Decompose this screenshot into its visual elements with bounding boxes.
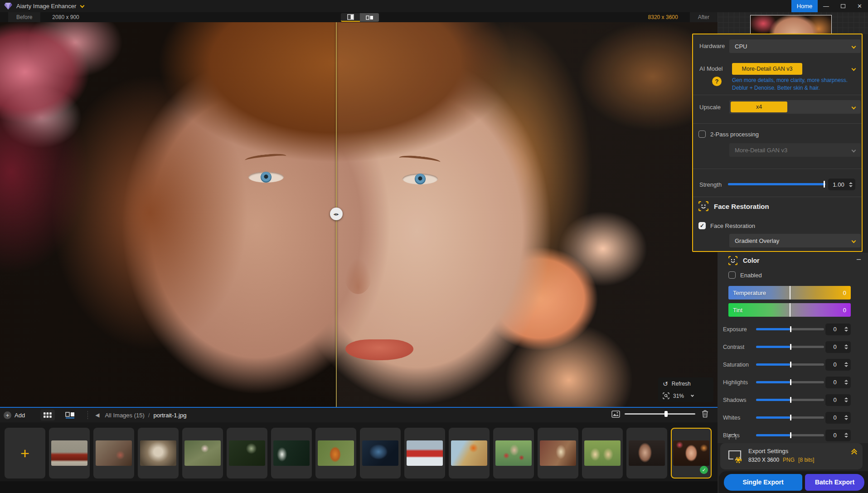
hardware-dropdown[interactable]: CPU bbox=[729, 39, 861, 53]
portrait-feature bbox=[345, 339, 413, 360]
ai-model-chevron-icon[interactable] bbox=[852, 67, 856, 71]
temperature-slider[interactable]: Temperature 0 bbox=[728, 286, 851, 300]
grid-view-button[interactable] bbox=[40, 410, 55, 420]
slider-value-box[interactable]: 0 bbox=[825, 377, 851, 388]
home-button[interactable]: Home bbox=[791, 0, 818, 12]
ai-model-pill[interactable]: More-Detail GAN v3 bbox=[732, 63, 802, 75]
thumbnail-size-handle[interactable] bbox=[664, 411, 668, 417]
slider-track[interactable] bbox=[756, 346, 824, 348]
slider-handle[interactable] bbox=[790, 415, 791, 420]
add-image-tile[interactable]: + bbox=[5, 428, 45, 478]
thumbnail-classic-car[interactable] bbox=[49, 428, 90, 478]
minimize-button[interactable]: — bbox=[818, 0, 834, 12]
side-by-side-view-button[interactable] bbox=[360, 13, 379, 22]
slider-track[interactable] bbox=[756, 381, 824, 383]
collapse-icon[interactable]: – bbox=[857, 255, 861, 263]
slider-handle[interactable] bbox=[790, 379, 791, 385]
strength-slider-handle[interactable] bbox=[824, 181, 825, 188]
thumbnail-blonde-woman[interactable] bbox=[538, 428, 578, 478]
slider-handle[interactable] bbox=[790, 397, 791, 403]
thumbnail-forest-bird[interactable] bbox=[227, 428, 267, 478]
thumbnail-brunette-woman[interactable] bbox=[626, 428, 667, 478]
thumbnail-image bbox=[273, 440, 310, 466]
slider-label: Shadows bbox=[723, 397, 746, 403]
face-restoration-header: Face Restoration bbox=[698, 201, 769, 211]
maximize-button[interactable] bbox=[834, 0, 851, 12]
temperature-marker[interactable] bbox=[790, 286, 790, 300]
app-logo-icon bbox=[4, 2, 12, 10]
thumbnail-white-egret[interactable] bbox=[271, 428, 312, 478]
color-enabled-checkbox[interactable] bbox=[728, 271, 736, 279]
after-tab[interactable]: After bbox=[690, 12, 718, 22]
slider-handle[interactable] bbox=[790, 344, 791, 350]
two-pass-checkbox[interactable] bbox=[698, 130, 706, 138]
app-menu-chevron-icon[interactable] bbox=[80, 3, 85, 8]
help-icon[interactable]: ? bbox=[712, 77, 722, 86]
thumbnail-vintage-room[interactable] bbox=[93, 428, 134, 478]
tint-marker[interactable] bbox=[790, 303, 790, 317]
slider-value-box[interactable]: 0 bbox=[825, 341, 851, 353]
slider-track[interactable] bbox=[756, 363, 824, 366]
slider-track[interactable] bbox=[756, 416, 824, 419]
compare-view-button[interactable] bbox=[63, 410, 78, 420]
thumbnail-girl-stroller[interactable] bbox=[182, 428, 223, 478]
before-tab[interactable]: Before bbox=[8, 12, 40, 22]
split-view-button[interactable] bbox=[341, 13, 360, 22]
tint-slider[interactable]: Tint 0 bbox=[728, 303, 851, 317]
thumbnail-boy-portrait[interactable] bbox=[315, 428, 356, 478]
face-mode-dropdown[interactable]: Gradient Overlay bbox=[729, 234, 861, 247]
zoom-level-button[interactable]: 31% bbox=[658, 390, 713, 402]
strength-slider[interactable] bbox=[728, 183, 825, 185]
expand-export-icon[interactable] bbox=[852, 451, 856, 456]
refresh-button[interactable]: ↺ Refresh bbox=[658, 377, 713, 390]
back-to-all-icon[interactable]: ◀ bbox=[95, 412, 99, 418]
thumbnail-black-dog[interactable] bbox=[360, 428, 401, 478]
upscale-pill[interactable]: x4 bbox=[731, 102, 787, 112]
thumbnail-woman-red-flowers[interactable] bbox=[493, 428, 534, 478]
slider-handle[interactable] bbox=[790, 362, 791, 367]
slider-spinner-icon[interactable] bbox=[844, 362, 848, 367]
export-settings-card[interactable]: Export Settings 8320 X 3600 PNG [8 bits] bbox=[720, 443, 863, 469]
slider-value-box[interactable]: 0 bbox=[825, 430, 851, 441]
slider-track[interactable] bbox=[756, 399, 824, 401]
delete-icon[interactable] bbox=[702, 410, 708, 418]
slider-handle[interactable] bbox=[790, 432, 791, 438]
slider-spinner-icon[interactable] bbox=[844, 380, 848, 385]
two-pass-model-dropdown[interactable]: More-Detail GAN v3 bbox=[729, 143, 861, 157]
slider-value-box[interactable]: 0 bbox=[825, 394, 851, 406]
split-divider-handle[interactable]: ◂▸ bbox=[330, 208, 343, 220]
filmstrip-toolbar: + Add ◀ All Images (15) / portrait-1.jpg bbox=[0, 407, 718, 422]
titlebar: Aiarty Image Enhancer Home — ✕ bbox=[0, 0, 868, 12]
close-button[interactable]: ✕ bbox=[851, 0, 868, 12]
batch-export-button[interactable]: Batch Export bbox=[805, 474, 864, 491]
slider-track[interactable] bbox=[756, 434, 824, 436]
slider-spinner-icon[interactable] bbox=[844, 327, 848, 332]
strength-value-box[interactable]: 1.00 bbox=[828, 179, 855, 190]
slider-spinner-icon[interactable] bbox=[844, 415, 848, 420]
add-images-button[interactable]: + Add bbox=[4, 411, 25, 419]
color-enabled-label: Enabled bbox=[740, 272, 762, 279]
slider-value-box[interactable]: 0 bbox=[825, 412, 851, 424]
thumbnail-image bbox=[407, 440, 443, 466]
strength-spinner-icon[interactable] bbox=[849, 182, 853, 187]
slider-spinner-icon[interactable] bbox=[844, 397, 848, 402]
side-by-side-icon bbox=[366, 15, 373, 20]
upscale-dropdown[interactable]: x4 bbox=[729, 100, 861, 114]
slider-spinner-icon[interactable] bbox=[844, 344, 848, 349]
slider-value-box[interactable]: 0 bbox=[825, 324, 851, 335]
slider-track[interactable] bbox=[756, 328, 824, 330]
slider-handle[interactable] bbox=[790, 326, 791, 332]
thumbnail-girl-chickens-art[interactable] bbox=[449, 428, 490, 478]
face-restoration-checkbox[interactable]: ✓ bbox=[698, 222, 706, 229]
thumbnail-wedding-group[interactable] bbox=[138, 428, 179, 478]
portrait-feature bbox=[244, 152, 286, 164]
single-export-button[interactable]: Single Export bbox=[724, 474, 802, 491]
thumbnail-redhead-portrait[interactable]: ✓ bbox=[671, 428, 712, 478]
slider-value-box[interactable]: 0 bbox=[825, 359, 851, 371]
navigator-panel[interactable] bbox=[718, 12, 868, 34]
breadcrumb-all-images[interactable]: All Images (15) bbox=[105, 412, 144, 419]
thumbnail-golden-puppies[interactable] bbox=[582, 428, 623, 478]
thumbnail-size-slider[interactable] bbox=[625, 413, 695, 415]
slider-spinner-icon[interactable] bbox=[844, 433, 848, 438]
thumbnail-red-train-snow[interactable] bbox=[404, 428, 445, 478]
